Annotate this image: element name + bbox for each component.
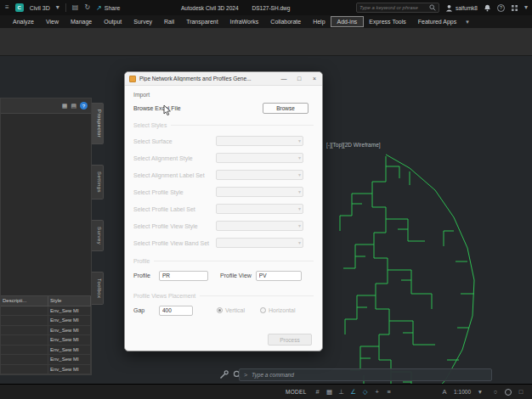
quick-access-icon-1[interactable]: ▤ — [72, 4, 79, 11]
tab-add-ins[interactable]: Add-ins — [331, 17, 364, 26]
tab-view[interactable]: View — [40, 17, 65, 26]
profile-name-field[interactable] — [159, 271, 208, 281]
tab-help[interactable]: Help — [307, 17, 331, 26]
vertical-radio[interactable]: Vertical — [217, 307, 245, 313]
tab-toolbox[interactable]: Toolbox — [92, 272, 104, 305]
column-header-description[interactable]: Descripti... — [1, 296, 48, 306]
object-snap-icon[interactable]: ◇ — [359, 386, 371, 397]
pipe-network-lines — [330, 155, 474, 399]
model-tab[interactable]: MODEL — [286, 389, 307, 395]
app-menu-chevron-icon[interactable]: ▾ — [56, 4, 59, 11]
minimize-button[interactable]: — — [276, 72, 291, 86]
annotation-scale-value[interactable]: 1:1000 — [454, 389, 471, 395]
titlebar-chevron-icon[interactable]: ▾ — [524, 4, 528, 11]
notification-bell-icon[interactable] — [484, 4, 491, 12]
civil3d-application-window: ≡ C Civil 3D ▾ ▤ ↻ ↗ Share Autodesk Civi… — [0, 0, 532, 399]
titlebar-divider — [65, 3, 66, 12]
select-alignment-label-set-dropdown[interactable]: ▾ — [216, 170, 303, 180]
chevron-down-icon: ▾ — [298, 239, 301, 245]
profile-view-name-field[interactable] — [256, 271, 302, 281]
search-icon[interactable] — [429, 4, 436, 11]
search-box[interactable] — [356, 3, 439, 13]
snap-mode-icon[interactable]: ▦ — [324, 386, 336, 397]
select-profile-view-band-set-label: Select Profile View Band Set — [133, 240, 209, 246]
close-button[interactable]: × — [307, 72, 322, 86]
toolspace-tree-area[interactable] — [1, 114, 91, 295]
grid-display-icon[interactable]: # — [312, 386, 324, 397]
tab-prospector[interactable]: Prospector — [92, 103, 104, 144]
toolspace-item-view: Descripti... Style Env_Sew MI Env_Sew MI… — [1, 295, 91, 374]
toolspace-palette: ▦ ▤ ? Descripti... Style Env_Sew MI Env_… — [0, 98, 104, 375]
tab-survey[interactable]: Survey — [127, 17, 158, 26]
table-row[interactable]: Env_Sew MI — [1, 355, 91, 365]
search-input[interactable] — [359, 5, 427, 10]
tab-analyze[interactable]: Analyze — [7, 17, 40, 26]
object-snap-tracking-icon[interactable]: + — [371, 386, 383, 397]
table-row[interactable]: Env_Sew MI — [1, 335, 91, 346]
select-surface-label: Select Surface — [133, 138, 173, 144]
table-row[interactable]: Env_Sew MI — [1, 346, 91, 356]
toolspace-panel-icon-2[interactable]: ▤ — [71, 103, 76, 109]
tab-settings[interactable]: Settings — [92, 165, 104, 200]
select-alignment-style-dropdown[interactable]: ▾ — [216, 153, 303, 163]
tab-manage[interactable]: Manage — [65, 17, 98, 26]
process-button[interactable]: Process — [268, 334, 312, 346]
workspace-gear-icon[interactable] — [505, 389, 512, 396]
table-row[interactable]: Env_Sew MI — [1, 326, 91, 336]
tab-output[interactable]: Output — [98, 17, 127, 26]
share-label: Share — [105, 5, 121, 11]
chevron-down-icon: ▾ — [298, 171, 301, 177]
dialog-title: Pipe Network Alignments and Profiles Gen… — [136, 76, 276, 81]
help-icon[interactable]: ? — [497, 4, 505, 12]
viewport-controls[interactable]: [-][Top][2D Wireframe] — [326, 142, 381, 148]
ribbon-collapse-icon[interactable]: ▾ — [466, 19, 469, 25]
browse-button[interactable]: Browse — [263, 103, 308, 114]
select-profile-style-dropdown[interactable]: ▾ — [216, 187, 303, 197]
command-input[interactable]: Type a command — [252, 372, 487, 378]
annotation-scale-icon[interactable]: A — [439, 386, 450, 397]
radio-unselected-icon — [260, 307, 266, 313]
tab-survey-toolspace[interactable]: Survey — [92, 220, 104, 251]
customization-wrench-icon[interactable] — [219, 370, 229, 379]
tab-rail[interactable]: Rail — [158, 17, 180, 26]
dialog-titlebar[interactable]: Pipe Network Alignments and Profiles Gen… — [125, 72, 322, 86]
command-line[interactable]: > Type a command — [239, 368, 492, 381]
ortho-mode-icon[interactable]: ⊥ — [336, 386, 348, 397]
tab-transparent[interactable]: Transparent — [180, 17, 224, 26]
apps-grid-icon[interactable] — [511, 4, 518, 12]
gap-field[interactable] — [159, 306, 193, 316]
share-button[interactable]: ↗ Share — [96, 4, 120, 12]
select-profile-label-set-label: Select Profile Label Set — [133, 206, 195, 212]
clean-screen-icon[interactable]: □ — [515, 386, 527, 397]
table-row[interactable]: Env_Sew MI — [1, 316, 91, 326]
quick-access-icon-2[interactable]: ↻ — [84, 4, 90, 11]
tab-express-tools[interactable]: Express Tools — [363, 17, 411, 26]
chevron-down-icon: ▾ — [298, 205, 301, 211]
lineweight-icon[interactable]: ≡ — [383, 386, 395, 397]
select-profile-label-set-dropdown[interactable]: ▾ — [216, 204, 303, 214]
table-row[interactable]: Env_Sew MI — [1, 306, 91, 317]
table-row[interactable]: Env_Sew MI — [1, 365, 91, 375]
select-profile-view-band-set-dropdown[interactable]: ▾ — [216, 238, 303, 248]
toolspace-help-icon[interactable]: ? — [80, 102, 88, 110]
app-menu-icon[interactable]: ≡ — [5, 4, 9, 11]
polar-tracking-icon[interactable]: ∠ — [348, 386, 359, 397]
statusbar: MODEL # ▦ ⊥ ∠ ◇ + ≡ A 1:1000 ▾ ○ □ — [0, 384, 532, 399]
civil3d-logo-icon: C — [15, 3, 24, 12]
column-header-style[interactable]: Style — [48, 296, 91, 306]
select-profile-view-style-label: Select Profile View Style — [133, 223, 198, 229]
tab-collaborate[interactable]: Collaborate — [264, 17, 307, 26]
tab-featured-apps[interactable]: Featured Apps — [412, 17, 463, 26]
horizontal-radio[interactable]: Horizontal — [260, 307, 296, 313]
maximize-button[interactable]: □ — [291, 72, 307, 86]
toolspace-panel-icon-1[interactable]: ▦ — [62, 103, 68, 109]
tab-infraworks[interactable]: InfraWorks — [224, 17, 265, 26]
gap-label: Gap — [133, 307, 159, 313]
scale-chevron-icon[interactable]: ▾ — [474, 386, 486, 397]
app-name: Civil 3D — [30, 5, 50, 11]
user-avatar-icon — [445, 4, 453, 12]
select-surface-dropdown[interactable]: ▾ — [216, 136, 303, 146]
select-profile-view-style-dropdown[interactable]: ▾ — [216, 221, 303, 231]
isolate-objects-icon[interactable]: ○ — [490, 386, 501, 397]
user-account-button[interactable]: saifumk8 — [445, 4, 478, 12]
